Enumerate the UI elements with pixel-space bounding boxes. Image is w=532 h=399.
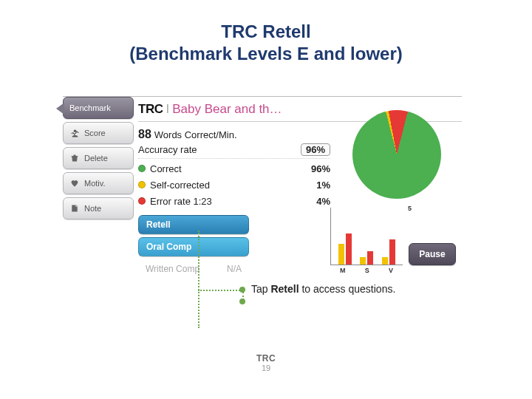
selfcorr-value: 1% [296,180,330,191]
dot-green-icon [138,165,146,172]
mode-buttons: Retell Oral Comp Written Comp N/A [138,215,249,282]
title-line1: TRC Retell [221,21,310,41]
bar-group-s [360,251,373,265]
written-label: Written Comp [146,264,200,274]
callout-pre: Tap [251,283,270,295]
legend-self-corrected: Self-corrected 1% [138,177,330,193]
error-value: 4% [296,196,330,207]
accuracy-label: Accuracy rate [138,144,301,155]
wcpm-value: 88 [138,128,151,141]
accuracy-row: Accuracy rate 96% [138,143,330,159]
left-button-column: Benchmark Score Delete Motiv. Note [63,97,134,222]
header-separator: I [166,102,169,117]
score-button[interactable]: Score [63,122,134,144]
bar-red [389,239,395,265]
dot-red-icon [138,197,146,205]
retell-label: Retell [146,219,171,230]
trash-icon [69,153,80,163]
bar-label-v: V [389,267,393,274]
app-panel: Benchmark Score Delete Motiv. Note [63,96,462,97]
pause-button[interactable]: Pause [409,243,456,265]
pie-chart [345,110,449,199]
error-label: Error rate 1:23 [150,196,296,207]
bar-labels: M S V [330,267,403,274]
wcpm-row: 88 Words Correct/Min. [138,126,330,143]
pause-label: Pause [419,249,445,259]
note-label: Note [84,204,101,213]
callout-line-vert [198,231,200,328]
callout-post: to access questions. [299,283,396,295]
written-na: N/A [227,264,242,274]
trc-label: TRC [138,102,163,117]
legend-error: Error rate 1:23 4% [138,193,330,209]
correct-label: Correct [150,163,296,174]
bar-group-m [338,233,352,265]
bar-red [346,233,352,265]
bar-chart: 5 [330,208,403,265]
bar-group-v [382,239,395,265]
motiv-button[interactable]: Motiv. [63,172,134,194]
footer-page: 19 [0,364,532,372]
slide-footer: TRC 19 [0,353,532,372]
note-icon [69,203,80,214]
bar-yellow [382,257,388,265]
title-line2: (Benchmark Levels E and lower) [129,44,402,64]
legend-correct: Correct 96% [138,160,330,177]
callout-text: Tap Retell to access questions. [251,282,395,296]
bar-yellow [360,257,366,265]
benchmark-label: Benchmark [69,103,111,112]
selfcorr-label: Self-corrected [150,180,296,191]
bar-yellow [338,244,344,265]
bar-red [367,251,373,265]
bar-label-m: M [340,267,346,274]
person-icon [69,128,80,138]
callout-line-horz [198,290,242,291]
callout-dot-icon [239,299,245,304]
heart-icon [69,178,80,188]
accuracy-value: 96% [301,143,330,156]
footer-label: TRC [0,353,532,364]
svg-point-0 [73,129,76,132]
wcpm-label: Words Correct/Min. [154,129,237,140]
delete-label: Delete [84,154,108,163]
dot-yellow-icon [138,181,146,188]
oral-label: Oral Comp [146,242,191,252]
benchmark-button[interactable]: Benchmark [63,97,134,119]
oral-comp-button[interactable]: Oral Comp [138,237,249,256]
pie-graphic [352,110,441,199]
score-label: Score [84,129,106,137]
delete-button[interactable]: Delete [63,147,134,169]
bar-ymax: 5 [408,205,412,212]
callout-bold: Retell [270,283,299,295]
correct-value: 96% [296,163,330,174]
note-button[interactable]: Note [63,197,134,219]
bar-label-s: S [365,267,369,274]
slide-title: TRC Retell (Benchmark Levels E and lower… [0,0,532,65]
retell-button[interactable]: Retell [138,215,249,234]
callout-dot-icon [239,287,245,293]
metrics-block: 88 Words Correct/Min. Accuracy rate 96% … [138,126,330,209]
written-comp-row: Written Comp N/A [138,259,249,279]
motiv-label: Motiv. [84,179,106,188]
